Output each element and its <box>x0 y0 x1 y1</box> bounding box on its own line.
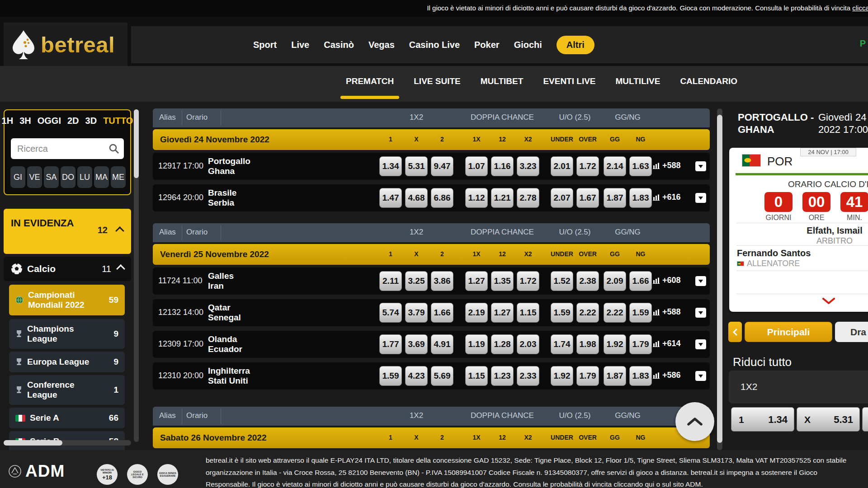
search-input[interactable] <box>16 141 104 156</box>
odds-button[interactable]: 2.33 <box>517 366 539 386</box>
time-filter-3d[interactable]: 3D <box>85 116 97 126</box>
nav-item-vegas[interactable]: Vegas <box>368 40 395 50</box>
nav-item-casino-live[interactable]: Casino Live <box>409 40 460 50</box>
match-row-brasile[interactable]: 12964 20:00BrasileSerbia1.474.686.861.12… <box>153 184 710 211</box>
disclaimer-link[interactable]: cliccando qui <box>852 4 868 12</box>
stats-button[interactable]: +588 <box>653 307 681 317</box>
odds-button[interactable]: 6.86 <box>431 188 453 208</box>
tab-live-suite[interactable]: LIVE SUITE <box>414 76 460 86</box>
search-icon[interactable] <box>108 143 119 154</box>
time-filter-1h[interactable]: 1H <box>2 116 14 126</box>
odds-button[interactable]: 1.87 <box>604 188 626 208</box>
odds-button[interactable]: 1.77 <box>379 334 402 354</box>
nav-item-giochi[interactable]: Giochi <box>514 40 542 50</box>
match-row-portogallo[interactable]: 12917 17:00PortogalloGhana1.345.319.471.… <box>153 153 710 180</box>
odds-button[interactable]: 1.72 <box>517 271 539 291</box>
tab-principali[interactable]: Principali <box>745 322 832 342</box>
odds-button[interactable]: 1.92 <box>604 334 626 354</box>
time-filter-tutto[interactable]: TUTTO <box>103 116 133 126</box>
odds-button[interactable]: 1.34 <box>379 156 402 176</box>
odds-button[interactable]: 1.98 <box>576 334 599 354</box>
sidebar-item-calcio[interactable]: Calcio 11 <box>4 257 131 281</box>
odds-button[interactable]: 2.19 <box>465 303 488 323</box>
odds-button[interactable]: 1.79 <box>629 334 652 354</box>
match-row-qatar[interactable]: 12132 14:00QatarSenegal5.743.791.662.191… <box>153 299 710 326</box>
odds-button[interactable]: 1.59 <box>629 303 652 323</box>
odds-button[interactable]: 2.07 <box>551 188 573 208</box>
odds-button[interactable]: 1.72 <box>576 156 599 176</box>
odds-button[interactable]: 5.69 <box>431 366 453 386</box>
odds-button[interactable]: 1.47 <box>379 188 402 208</box>
time-filter-3h[interactable]: 3H <box>19 116 31 126</box>
odds-button[interactable]: 2.03 <box>517 334 539 354</box>
odds-button[interactable]: 1.92 <box>551 366 573 386</box>
odds-button[interactable]: 1.63 <box>629 156 652 176</box>
time-filter-2d[interactable]: 2D <box>67 116 79 126</box>
odds-button[interactable]: 1.59 <box>379 366 402 386</box>
tab-secondary[interactable]: Dra <box>835 322 868 342</box>
expand-row-button[interactable] <box>695 339 706 349</box>
expand-row-button[interactable] <box>695 161 706 171</box>
odds-button[interactable]: 1.66 <box>431 303 453 323</box>
sidebar-item-campionati-mondiali-2022[interactable]: Campionati Mondiali 202259 <box>9 285 125 315</box>
sidebar-section-in-evidenza[interactable]: IN EVIDENZA 12 <box>4 209 131 254</box>
odds-button[interactable]: 1.23 <box>491 366 514 386</box>
market-odds-button-partial[interactable] <box>862 407 868 432</box>
day-button-gi[interactable]: GI <box>10 166 25 188</box>
odds-button[interactable]: 5.31 <box>405 156 428 176</box>
odds-button[interactable]: 3.23 <box>517 156 539 176</box>
odds-button[interactable]: 1.27 <box>465 271 488 291</box>
odds-button[interactable]: 5.74 <box>379 303 402 323</box>
day-button-do[interactable]: DO <box>61 166 75 188</box>
stats-button[interactable]: +586 <box>653 371 681 380</box>
markets-back-button[interactable] <box>728 322 742 342</box>
odds-button[interactable]: 1.28 <box>491 334 514 354</box>
odds-button[interactable]: 2.78 <box>517 188 539 208</box>
odds-button[interactable]: 1.67 <box>576 188 599 208</box>
day-button-sa[interactable]: SA <box>44 166 59 188</box>
odds-button[interactable]: 1.19 <box>465 334 488 354</box>
odds-button[interactable]: 1.79 <box>576 366 599 386</box>
tab-multilive[interactable]: MULTILIVE <box>616 76 660 86</box>
sidebar-item-europa-league[interactable]: Europa League9 <box>9 352 125 372</box>
sidebar-scrollbar-thumb[interactable] <box>134 109 139 178</box>
tab-eventi-live[interactable]: EVENTI LIVE <box>543 76 595 86</box>
odds-button[interactable]: 1.15 <box>465 366 488 386</box>
odds-button[interactable]: 1.35 <box>491 271 514 291</box>
odds-button[interactable]: 1.21 <box>491 188 514 208</box>
sidebar-item-serie-a[interactable]: Serie A66 <box>9 408 125 428</box>
match-row-galles[interactable]: 11724 11:00GallesIran2.113.253.861.271.3… <box>153 267 710 295</box>
odds-button[interactable]: 1.12 <box>465 188 488 208</box>
odds-button[interactable]: 1.83 <box>629 366 652 386</box>
odds-button[interactable]: 2.09 <box>604 271 626 291</box>
stats-button[interactable]: +614 <box>653 339 681 348</box>
partial-nav-text[interactable]: P <box>860 38 866 49</box>
day-button-ve[interactable]: VE <box>27 166 42 188</box>
match-row-inghilterra[interactable]: 12310 20:00InghilterraStati Uniti1.594.2… <box>153 362 710 389</box>
market-odds-button-1[interactable]: 11.34 <box>731 407 794 432</box>
day-button-ma[interactable]: MA <box>94 166 109 188</box>
odds-button[interactable]: 1.83 <box>629 188 652 208</box>
expand-row-button[interactable] <box>695 276 706 286</box>
day-button-lu[interactable]: LU <box>77 166 92 188</box>
collapse-all-button[interactable]: Riduci tutto <box>733 355 792 369</box>
odds-button[interactable]: 9.47 <box>431 156 453 176</box>
odds-button[interactable]: 1.16 <box>491 156 514 176</box>
match-row-olanda[interactable]: 12309 17:00OlandaEcuador1.773.694.911.19… <box>153 331 710 358</box>
market-1x2-header[interactable]: 1X2 <box>729 371 868 404</box>
stats-button[interactable]: +616 <box>653 192 681 202</box>
odds-button[interactable]: 1.52 <box>551 271 573 291</box>
odds-button[interactable]: 3.69 <box>405 334 428 354</box>
nav-item-live[interactable]: Live <box>291 40 309 50</box>
odds-button[interactable]: 2.14 <box>604 156 626 176</box>
main-scrollbar-thumb[interactable] <box>717 115 722 443</box>
odds-button[interactable]: 1.74 <box>551 334 573 354</box>
odds-button[interactable]: 2.01 <box>551 156 573 176</box>
odds-button[interactable]: 1.07 <box>465 156 488 176</box>
expand-card-button[interactable] <box>822 298 835 306</box>
expand-row-button[interactable] <box>695 371 706 381</box>
odds-button[interactable]: 3.25 <box>405 271 428 291</box>
odds-button[interactable]: 1.87 <box>604 366 626 386</box>
odds-button[interactable]: 3.86 <box>431 271 453 291</box>
odds-button[interactable]: 2.22 <box>604 303 626 323</box>
